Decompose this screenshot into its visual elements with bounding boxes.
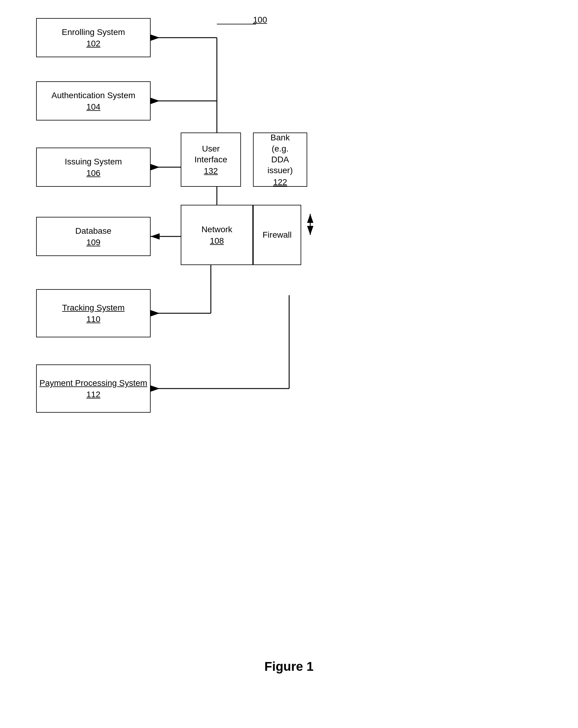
network-id: 108 — [210, 236, 224, 246]
issuing-system-id: 106 — [86, 168, 101, 178]
user-interface-title: UserInterface — [194, 144, 228, 165]
issuing-system-title: Issuing System — [65, 156, 122, 167]
database-id: 109 — [86, 238, 101, 247]
enrolling-system-id: 102 — [86, 39, 101, 49]
figure-caption: Figure 1 — [264, 659, 314, 674]
tracking-system-box: Tracking System 110 — [36, 289, 151, 337]
payment-processing-title: Payment Processing System — [40, 378, 147, 389]
enrolling-system-title: Enrolling System — [62, 27, 125, 38]
bank-id: 122 — [273, 177, 287, 187]
tracking-system-id: 110 — [86, 314, 101, 324]
network-box: Network 108 — [181, 205, 253, 265]
issuing-system-box: Issuing System 106 — [36, 148, 151, 187]
payment-processing-id: 112 — [86, 390, 101, 399]
payment-processing-system-box: Payment Processing System 112 — [36, 364, 151, 413]
tracking-system-title: Tracking System — [62, 303, 124, 313]
database-title: Database — [75, 226, 111, 236]
user-interface-id: 132 — [204, 166, 218, 176]
diagram-container: Enrolling System 102 Authentication Syst… — [0, 0, 578, 728]
authentication-system-title: Authentication System — [52, 90, 135, 101]
enrolling-system-box: Enrolling System 102 — [36, 18, 151, 57]
network-title: Network — [202, 224, 233, 235]
bank-box: Bank(e.g.DDAissuer) 122 — [253, 132, 307, 187]
firewall-title: Firewall — [263, 230, 292, 240]
bank-title: Bank(e.g.DDAissuer) — [267, 132, 293, 176]
reference-100: 100 — [253, 15, 267, 25]
authentication-system-box: Authentication System 104 — [36, 81, 151, 121]
authentication-system-id: 104 — [86, 102, 101, 112]
database-box: Database 109 — [36, 217, 151, 256]
user-interface-box: UserInterface 132 — [181, 132, 241, 187]
firewall-box: Firewall — [253, 205, 301, 265]
